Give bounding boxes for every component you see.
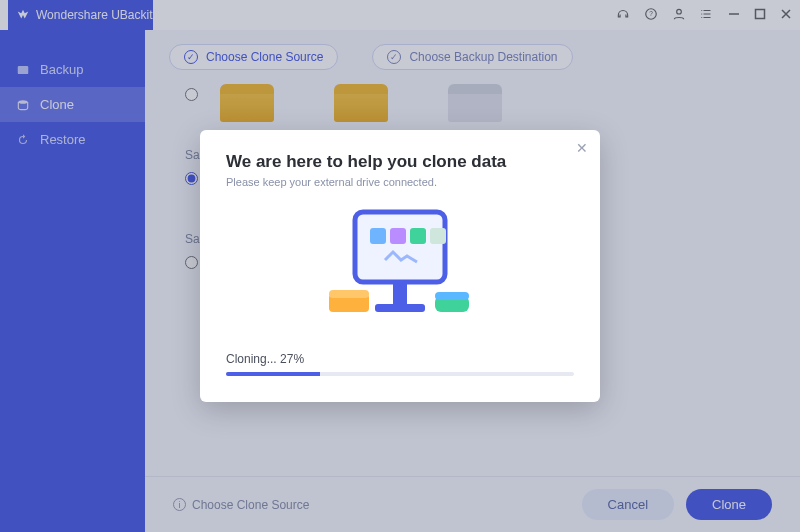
sidebar-item-label: Backup bbox=[40, 62, 83, 77]
step-indicator: ✓ Choose Clone Source ✓ Choose Backup De… bbox=[169, 44, 776, 70]
sidebar-item-backup[interactable]: Backup bbox=[0, 52, 145, 87]
sidebar: Backup Clone Restore bbox=[0, 30, 145, 532]
svg-rect-15 bbox=[375, 304, 425, 312]
window-controls: ? bbox=[616, 7, 792, 24]
svg-rect-17 bbox=[329, 290, 369, 298]
svg-rect-11 bbox=[390, 228, 406, 244]
sidebar-item-restore[interactable]: Restore bbox=[0, 122, 145, 157]
clone-icon bbox=[16, 98, 30, 112]
step-label: Choose Clone Source bbox=[206, 50, 323, 64]
sidebar-item-label: Clone bbox=[40, 97, 74, 112]
bottom-hint: i Choose Clone Source bbox=[173, 498, 309, 512]
app-title: Wondershare UBackit bbox=[36, 8, 153, 22]
backup-icon bbox=[16, 63, 30, 77]
close-icon[interactable]: ✕ bbox=[576, 140, 588, 156]
svg-rect-13 bbox=[430, 228, 446, 244]
svg-rect-7 bbox=[18, 65, 29, 73]
progress-label: Cloning... 27% bbox=[226, 352, 574, 366]
disk-radio[interactable] bbox=[185, 88, 198, 101]
svg-rect-10 bbox=[370, 228, 386, 244]
minimize-button[interactable] bbox=[728, 8, 740, 23]
clone-progress-modal: ✕ We are here to help you clone data Ple… bbox=[200, 130, 600, 402]
svg-point-8 bbox=[18, 100, 27, 104]
maximize-button[interactable] bbox=[754, 8, 766, 23]
disk-radio[interactable] bbox=[185, 256, 198, 269]
restore-icon bbox=[16, 133, 30, 147]
bottom-hint-text: Choose Clone Source bbox=[192, 498, 309, 512]
step-label: Choose Backup Destination bbox=[409, 50, 557, 64]
clone-button[interactable]: Clone bbox=[686, 489, 772, 520]
svg-rect-6 bbox=[756, 9, 765, 18]
svg-point-4 bbox=[701, 13, 702, 14]
progress-fill bbox=[226, 372, 320, 376]
check-icon: ✓ bbox=[184, 50, 198, 64]
account-icon[interactable] bbox=[672, 7, 686, 24]
clone-illustration bbox=[226, 202, 574, 332]
help-icon[interactable]: ? bbox=[644, 7, 658, 24]
svg-point-2 bbox=[677, 9, 682, 14]
svg-point-5 bbox=[701, 16, 702, 17]
disk-icon bbox=[220, 84, 274, 122]
menu-list-icon[interactable] bbox=[700, 7, 714, 24]
sidebar-item-label: Restore bbox=[40, 132, 86, 147]
sidebar-item-clone[interactable]: Clone bbox=[0, 87, 145, 122]
info-icon: i bbox=[173, 498, 186, 511]
disk-icon bbox=[334, 84, 388, 122]
progress-bar bbox=[226, 372, 574, 376]
svg-rect-14 bbox=[393, 282, 407, 304]
svg-rect-9 bbox=[355, 212, 445, 282]
cancel-button[interactable]: Cancel bbox=[582, 489, 674, 520]
svg-point-3 bbox=[701, 9, 702, 10]
check-icon: ✓ bbox=[387, 50, 401, 64]
disk-radio[interactable] bbox=[185, 172, 198, 185]
support-icon[interactable] bbox=[616, 7, 630, 24]
svg-rect-12 bbox=[410, 228, 426, 244]
app-logo-icon bbox=[16, 8, 30, 22]
modal-subtitle: Please keep your external drive connecte… bbox=[226, 176, 574, 188]
disk-icon bbox=[448, 84, 502, 122]
svg-text:?: ? bbox=[649, 10, 653, 17]
step-choose-destination[interactable]: ✓ Choose Backup Destination bbox=[372, 44, 572, 70]
app-brand: Wondershare UBackit bbox=[8, 0, 153, 30]
modal-title: We are here to help you clone data bbox=[226, 152, 574, 172]
svg-rect-19 bbox=[435, 292, 469, 300]
step-choose-source[interactable]: ✓ Choose Clone Source bbox=[169, 44, 338, 70]
titlebar: Wondershare UBackit ? bbox=[0, 0, 800, 30]
close-button[interactable] bbox=[780, 8, 792, 23]
bottom-bar: i Choose Clone Source Cancel Clone bbox=[145, 476, 800, 532]
